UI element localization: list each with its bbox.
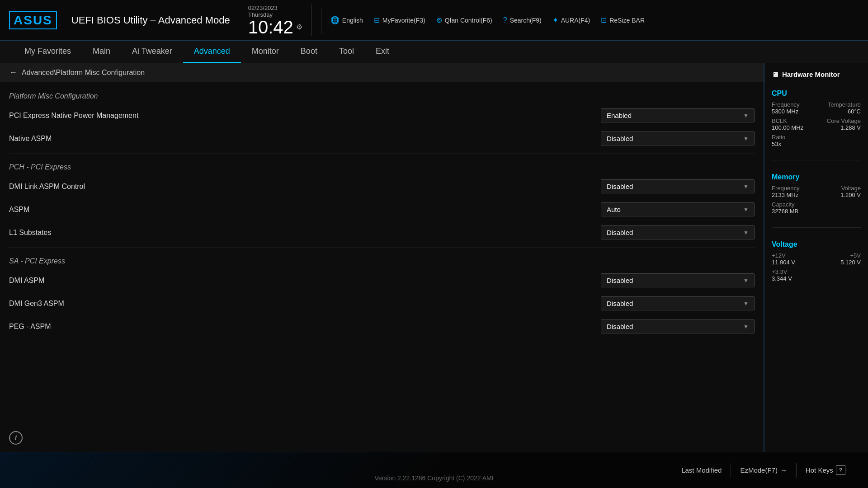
section2-title: PCH - PCI Express (9, 158, 755, 175)
dmi-gen3-aspm-label: DMI Gen3 ASPM (9, 300, 64, 308)
setting-row-dmi-link-aspm: DMI Link ASPM Control Disabled ▼ (9, 175, 755, 198)
dmi-gen3-aspm-select[interactable]: Disabled ▼ (601, 296, 755, 310)
asus-logo-text: ASUS (9, 11, 57, 29)
header: ASUS UEFI BIOS Utility – Advanced Mode 0… (0, 0, 868, 41)
aspm-label: ASPM (9, 206, 29, 214)
myfavorite-label: MyFavorite(F3) (382, 17, 425, 24)
setting-row-native-aspm: Native ASPM Disabled ▼ (9, 127, 755, 150)
nav-main[interactable]: Main (82, 41, 121, 63)
memory-section-title: Memory (772, 173, 861, 181)
last-modified-label: Last Modified (681, 466, 722, 474)
aspm-value: Auto (607, 206, 621, 213)
pci-express-native-select[interactable]: Enabled ▼ (601, 108, 755, 122)
l1-substates-select[interactable]: Disabled ▼ (601, 225, 755, 239)
search-icon: ? (503, 16, 507, 24)
cpu-temperature-label: Temperature (828, 101, 861, 108)
nav-advanced[interactable]: Advanced (183, 41, 241, 63)
hotkeys-button[interactable]: Hot Keys ? (797, 462, 854, 479)
language-label: English (342, 17, 363, 24)
globe-icon: 🌐 (330, 16, 340, 24)
native-aspm-label: Native ASPM (9, 135, 52, 143)
voltage-12v-row: +12V 11.904 V +5V 5.120 V (772, 252, 861, 266)
cpu-section-title: CPU (772, 89, 861, 98)
dropdown-arrow-icon: ▼ (743, 113, 749, 119)
hw-monitor-header: 🖥 Hardware Monitor (772, 70, 861, 82)
setting-row-pci-express-native: PCI Express Native Power Management Enab… (9, 104, 755, 127)
dmi-aspm-select[interactable]: Disabled ▼ (601, 273, 755, 287)
l1-substates-label: L1 Substates (9, 229, 51, 237)
memory-voltage-label: Voltage (840, 185, 861, 192)
asus-logo: ASUS (9, 11, 62, 29)
pci-express-native-value: Enabled (607, 112, 632, 119)
nav-boot[interactable]: Boot (290, 41, 328, 63)
memory-section: Memory Frequency 2133 MHz Voltage 1.200 … (772, 173, 861, 215)
dmi-aspm-value: Disabled (607, 277, 633, 284)
dropdown-arrow-icon: ▼ (743, 183, 749, 190)
favorite-icon: ⊟ (374, 16, 380, 24)
nav-monitor[interactable]: Monitor (241, 41, 290, 63)
qfan-control[interactable]: ⊚ Qfan Control(F6) (436, 16, 492, 24)
cpu-ratio-label: Ratio (772, 134, 861, 141)
setting-row-aspm: ASPM Auto ▼ (9, 198, 755, 221)
native-aspm-select[interactable]: Disabled ▼ (601, 131, 755, 145)
cpu-core-voltage-value: 1.288 V (827, 124, 861, 131)
setting-row-dmi-aspm: DMI ASPM Disabled ▼ (9, 269, 755, 292)
nav-exit[interactable]: Exit (365, 41, 400, 63)
breadcrumb[interactable]: ← Advanced\Platform Misc Configuration (0, 63, 764, 82)
nav-my-favorites[interactable]: My Favorites (14, 41, 82, 63)
pci-express-native-label: PCI Express Native Power Management (9, 112, 138, 120)
dropdown-arrow-icon: ▼ (743, 206, 749, 213)
cpu-bclk-label: BCLK (772, 117, 803, 124)
last-modified-button[interactable]: Last Modified (672, 463, 731, 478)
memory-frequency-label: Frequency (772, 185, 799, 192)
voltage-5v-value: 5.120 V (840, 259, 861, 266)
hotkeys-label: Hot Keys (806, 466, 833, 474)
bios-title: UEFI BIOS Utility – Advanced Mode (71, 14, 230, 26)
search-control[interactable]: ? Search(F9) (503, 16, 542, 24)
nav-ai-tweaker[interactable]: Ai Tweaker (121, 41, 183, 63)
header-time: 10:42 (248, 18, 293, 36)
hotkeys-icon: ? (836, 465, 845, 475)
footer-actions: Last Modified EzMode(F7) → Hot Keys ? (672, 462, 854, 479)
header-controls: 🌐 English ⊟ MyFavorite(F3) ⊚ Qfan Contro… (330, 16, 859, 24)
dropdown-arrow-icon: ▼ (743, 300, 749, 307)
dmi-gen3-aspm-value: Disabled (607, 300, 633, 307)
ezmode-label: EzMode(F7) (740, 466, 778, 474)
aspm-select[interactable]: Auto ▼ (601, 202, 755, 216)
ezmode-button[interactable]: EzMode(F7) → (731, 463, 797, 478)
section3-title: SA - PCI Express (9, 252, 755, 269)
info-icon: i (9, 431, 23, 445)
voltage-section: Voltage +12V 11.904 V +5V 5.120 V +3.3V … (772, 240, 861, 282)
voltage-33v-row: +3.3V 3.344 V (772, 268, 861, 282)
resizebar-control[interactable]: ⊡ ReSize BAR (601, 16, 645, 24)
dmi-link-aspm-select[interactable]: Disabled ▼ (601, 179, 755, 193)
dmi-aspm-label: DMI ASPM (9, 277, 44, 285)
voltage-33v-label: +3.3V (772, 268, 861, 275)
l1-substates-value: Disabled (607, 229, 633, 236)
cpu-frequency-value: 5300 MHz (772, 108, 799, 115)
memory-capacity-label: Capacity (772, 201, 861, 208)
peg-aspm-select[interactable]: Disabled ▼ (601, 319, 755, 333)
setting-row-dmi-gen3-aspm: DMI Gen3 ASPM Disabled ▼ (9, 292, 755, 315)
cpu-bclk-value: 100.00 MHz (772, 124, 803, 131)
ezmode-icon: → (780, 466, 787, 474)
back-arrow-icon[interactable]: ← (9, 68, 17, 77)
peg-aspm-label: PEG - ASPM (9, 323, 51, 331)
dropdown-arrow-icon: ▼ (743, 230, 749, 236)
hw-monitor-title: Hardware Monitor (782, 70, 840, 78)
dropdown-arrow-icon: ▼ (743, 136, 749, 142)
section1-title: Platform Misc Configuration (9, 87, 755, 104)
breadcrumb-text: Advanced\Platform Misc Configuration (22, 69, 145, 77)
nav-tool[interactable]: Tool (328, 41, 365, 63)
fan-icon: ⊚ (436, 16, 442, 24)
hardware-monitor-panel: 🖥 Hardware Monitor CPU Frequency 5300 MH… (764, 63, 868, 452)
myfavorite-control[interactable]: ⊟ MyFavorite(F3) (374, 16, 425, 24)
gear-icon: ⚙ (296, 23, 302, 31)
voltage-12v-value: 11.904 V (772, 259, 795, 266)
memory-frequency-row: Frequency 2133 MHz Voltage 1.200 V (772, 185, 861, 198)
aura-control[interactable]: ✦ AURA(F4) (552, 16, 590, 24)
settings-area: Platform Misc Configuration PCI Express … (0, 82, 764, 424)
navbar: My Favorites Main Ai Tweaker Advanced Mo… (0, 41, 868, 63)
native-aspm-value: Disabled (607, 135, 633, 142)
language-control[interactable]: 🌐 English (330, 16, 363, 24)
